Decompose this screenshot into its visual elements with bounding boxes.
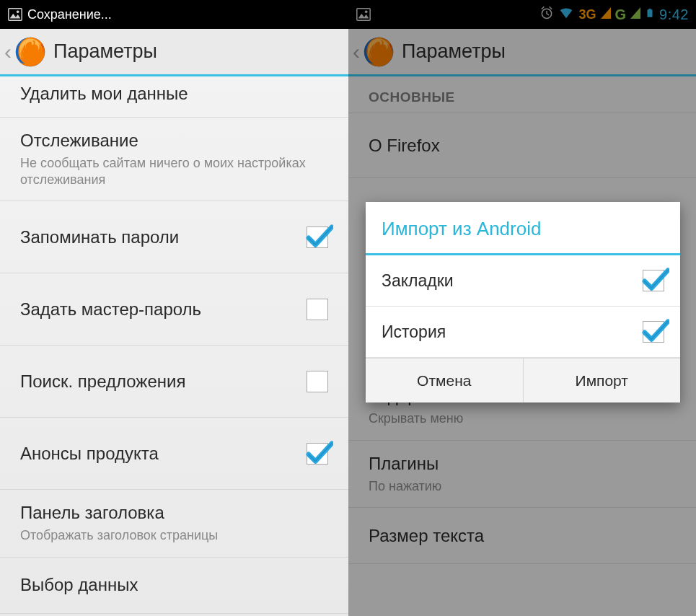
statusbar-saving-text: Сохранение... [27,7,112,22]
screen-left: Сохранение... ‹ Параметры Удалить мои да… [0,0,348,616]
row-title: Выбор данных [20,575,328,595]
checkbox-bookmarks[interactable] [643,270,664,291]
back-caret-icon[interactable]: ‹ [4,40,12,64]
row-title: Поиск. предложения [20,371,299,392]
row-subtitle: Не сообщать сайтам ничего о моих настрой… [20,155,328,188]
checkbox-master-password[interactable] [307,299,328,320]
row-title: Отслеживание [20,131,328,151]
checkbox-history[interactable] [643,321,664,343]
row-title-bar[interactable]: Панель заголовка Отображать заголовок ст… [0,490,348,558]
row-title: Задать мастер-пароль [20,299,299,320]
dialog-button-bar: Отмена Импорт [366,358,680,402]
dialog-row-bookmarks[interactable]: Закладки [366,255,680,307]
cancel-button[interactable]: Отмена [366,358,523,402]
dialog-row-label: Закладки [382,271,635,291]
actionbar-title: Параметры [53,40,157,63]
statusbar-left: Сохранение... [0,0,348,29]
dialog-row-history[interactable]: История [366,307,680,358]
actionbar-left[interactable]: ‹ Параметры [0,29,348,76]
row-title: Анонсы продукта [20,444,299,464]
import-button[interactable]: Импорт [523,358,681,402]
dialog-title: Импорт из Android [366,202,680,255]
row-product-announcements[interactable]: Анонсы продукта [0,418,348,490]
import-dialog: Импорт из Android Закладки История Отмен… [366,202,680,402]
row-search-suggestions[interactable]: Поиск. предложения [0,346,348,418]
row-title: Запоминать пароли [20,227,299,247]
picture-icon [7,6,23,22]
row-tracking[interactable]: Отслеживание Не сообщать сайтам ничего о… [0,118,348,201]
row-delete-data[interactable]: Удалить мои данные [0,76,348,118]
row-master-password[interactable]: Задать мастер-пароль [0,273,348,346]
settings-list-left: Удалить мои данные Отслеживание Не сообщ… [0,76,348,614]
row-title: Панель заголовка [20,503,328,523]
row-title: Удалить мои данные [20,84,328,104]
checkbox-product-announcements[interactable] [307,443,328,465]
row-data-choices[interactable]: Выбор данных [0,558,348,614]
row-remember-passwords[interactable]: Запоминать пароли [0,201,348,273]
checkbox-remember-passwords[interactable] [307,226,328,248]
row-subtitle: Отображать заголовок страницы [20,527,328,544]
dialog-row-label: История [382,322,635,342]
screen-right: 3G G 9:42 ‹ Параметры ОСНОВНЫЕ О Firefox [348,0,696,616]
checkbox-search-suggestions[interactable] [307,371,328,392]
firefox-logo-icon [14,36,46,68]
